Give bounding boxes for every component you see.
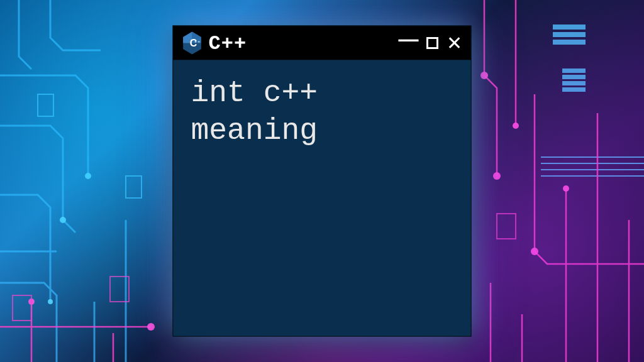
title-bar[interactable]: C + + C++ — ✕	[174, 26, 471, 60]
svg-rect-17	[13, 295, 31, 321]
code-line-1: int c++	[191, 74, 453, 112]
maximize-button[interactable]	[426, 37, 439, 50]
cpp-logo-icon: C + +	[182, 32, 203, 55]
minimize-button[interactable]: —	[399, 29, 419, 49]
code-line-2: meaning	[191, 112, 453, 150]
svg-point-9	[48, 299, 53, 304]
terminal-window: C + + C++ — ✕ int c++ meaning	[173, 26, 472, 337]
svg-rect-2	[553, 40, 585, 44]
svg-rect-6	[563, 88, 585, 91]
svg-point-8	[60, 217, 66, 223]
svg-rect-0	[553, 25, 585, 29]
svg-rect-21	[126, 176, 142, 198]
svg-point-14	[147, 323, 155, 331]
svg-rect-25	[428, 38, 438, 48]
svg-point-13	[563, 185, 569, 192]
terminal-content[interactable]: int c++ meaning	[174, 60, 471, 336]
svg-point-11	[493, 172, 501, 180]
svg-rect-1	[553, 33, 585, 36]
svg-point-12	[531, 248, 538, 255]
svg-point-16	[513, 123, 519, 129]
close-button[interactable]: ✕	[447, 34, 462, 53]
svg-rect-19	[497, 214, 516, 239]
svg-rect-4	[563, 75, 585, 79]
svg-point-7	[85, 173, 91, 179]
svg-rect-3	[563, 69, 585, 72]
svg-point-10	[480, 72, 488, 79]
svg-rect-5	[563, 82, 585, 85]
svg-rect-20	[38, 94, 53, 116]
window-title: C++	[209, 31, 247, 55]
window-controls: — ✕	[399, 34, 462, 53]
